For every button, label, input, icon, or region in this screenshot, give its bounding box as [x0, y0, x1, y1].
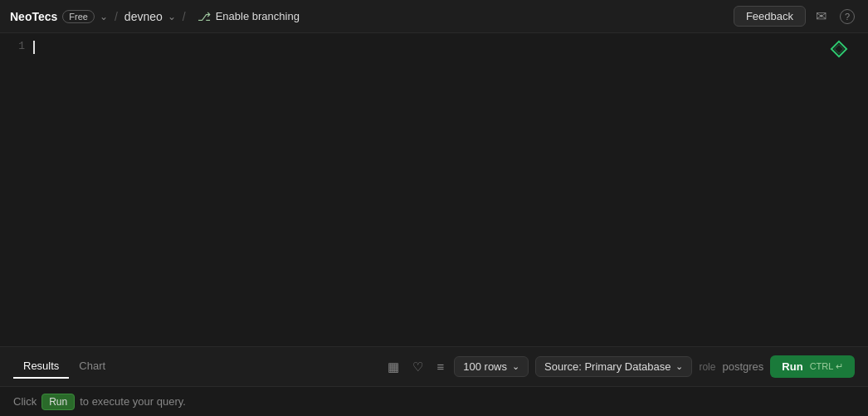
editor-cursor [33, 41, 35, 54]
tab-results[interactable]: Results [13, 355, 69, 379]
topbar-left: NeoTecs Free ⌄ / devneo ⌄ / ⎇ Enable bra… [10, 7, 729, 26]
tabs: Results Chart [13, 355, 115, 379]
separator-2: / [183, 10, 186, 23]
table-view-button[interactable]: ▦ [384, 356, 402, 378]
rows-select[interactable]: 100 rows ⌄ [454, 356, 529, 377]
brand-chevron-icon: ⌄ [100, 11, 108, 22]
source-chevron-icon: ⌄ [675, 361, 683, 372]
heart-icon: ♡ [412, 360, 423, 374]
menu-icon: ≡ [436, 360, 444, 374]
status-click-text: Click [13, 395, 37, 408]
feedback-button[interactable]: Feedback [734, 6, 806, 27]
source-label: Source: Primary Database [544, 360, 671, 373]
workspace-chevron-icon: ⌄ [168, 11, 176, 22]
topbar: NeoTecs Free ⌄ / devneo ⌄ / ⎇ Enable bra… [0, 0, 868, 33]
source-select[interactable]: Source: Primary Database ⌄ [535, 356, 692, 377]
line-number-1: 1 [0, 40, 25, 52]
editor-area[interactable]: 1 [0, 33, 868, 346]
branch-icon: ⎇ [197, 10, 211, 23]
branching-label: Enable branching [216, 10, 300, 22]
mail-button[interactable]: ✉ [812, 5, 830, 27]
run-inline-button[interactable]: Run [41, 394, 75, 410]
tab-chart[interactable]: Chart [69, 355, 115, 379]
bottom-actions: ▦ ♡ ≡ 100 rows ⌄ Source: Primary Databas… [384, 355, 855, 378]
status-bar: Click Run to execute your query. [0, 386, 868, 416]
free-badge: Free [62, 10, 95, 23]
enable-branching-button[interactable]: ⎇ Enable branching [193, 7, 305, 26]
workspace-name[interactable]: devneo [124, 10, 163, 23]
table-icon: ▦ [388, 360, 399, 374]
run-button[interactable]: Run CTRL ↵ [770, 355, 855, 378]
svg-marker-0 [831, 42, 846, 56]
svg-marker-1 [835, 45, 844, 54]
ai-diamond-icon[interactable] [830, 40, 848, 58]
editor-content[interactable] [33, 33, 861, 346]
bottom-bar: Results Chart ▦ ♡ ≡ 100 rows ⌄ Source: P… [0, 346, 868, 386]
role-label: role [699, 361, 715, 373]
run-shortcut: CTRL ↵ [810, 361, 843, 372]
mail-icon: ✉ [816, 8, 827, 24]
help-icon: ? [840, 9, 855, 24]
brand-name: NeoTecs [10, 10, 57, 23]
rows-chevron-icon: ⌄ [512, 361, 519, 372]
topbar-right: Feedback ✉ ? [734, 5, 858, 27]
role-value: postgres [722, 360, 763, 373]
scrollbar[interactable] [861, 33, 868, 346]
line-numbers: 1 [0, 33, 33, 346]
help-button[interactable]: ? [836, 6, 858, 27]
status-suffix-text: to execute your query. [80, 395, 186, 408]
rows-label: 100 rows [463, 360, 507, 373]
run-label: Run [782, 360, 802, 373]
menu-button[interactable]: ≡ [433, 356, 447, 377]
favorite-button[interactable]: ♡ [409, 356, 427, 378]
separator-1: / [115, 10, 118, 23]
